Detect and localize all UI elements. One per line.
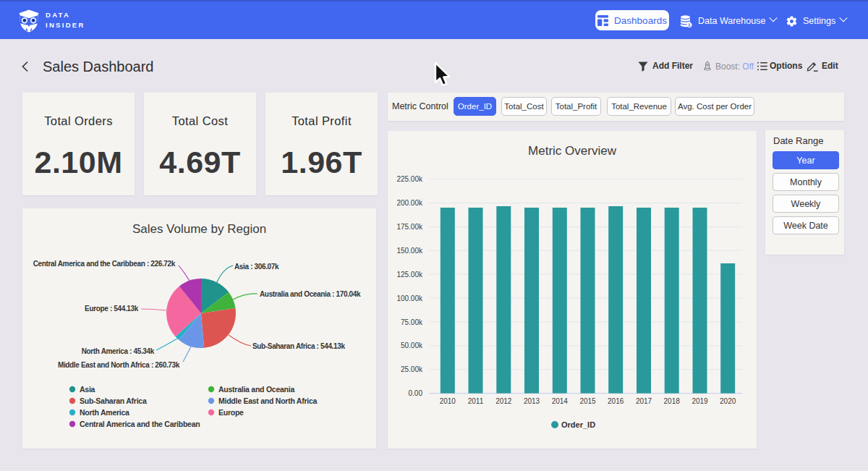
- svg-text:100.00k: 100.00k: [396, 294, 423, 302]
- svg-text:50.00k: 50.00k: [401, 341, 423, 349]
- svg-text:0.00: 0.00: [409, 389, 423, 397]
- svg-text:Central America and the Caribb: Central America and the Caribbean : 226.…: [33, 260, 176, 268]
- svg-text:2012: 2012: [495, 397, 512, 405]
- svg-text:Order_ID: Order_ID: [561, 420, 595, 429]
- svg-text:2015: 2015: [579, 397, 596, 405]
- svg-text:225.00k: 225.00k: [396, 175, 423, 183]
- svg-text:2019: 2019: [692, 397, 708, 405]
- svg-text:Asia : 306.07k: Asia : 306.07k: [234, 263, 279, 271]
- svg-text:Europe: Europe: [218, 408, 244, 417]
- svg-text:2017: 2017: [636, 397, 652, 405]
- svg-text:Australia and Oceania: Australia and Oceania: [218, 385, 294, 394]
- svg-text:Central America and the Caribb: Central America and the Caribbean: [80, 420, 200, 428]
- svg-text:Australia and Oceania : 170.04: Australia and Oceania : 170.04k: [260, 290, 361, 298]
- svg-text:Asia: Asia: [80, 385, 95, 394]
- svg-text:Sub-Saharan Africa: Sub-Saharan Africa: [80, 396, 147, 405]
- svg-text:2013: 2013: [524, 397, 540, 405]
- svg-text:175.00k: 175.00k: [396, 223, 423, 231]
- svg-text:2011: 2011: [468, 397, 484, 405]
- svg-text:200.00k: 200.00k: [396, 199, 423, 207]
- svg-text:2014: 2014: [552, 397, 569, 405]
- svg-text:Sub-Saharan Africa : 544.13k: Sub-Saharan Africa : 544.13k: [252, 342, 345, 350]
- svg-text:125.00k: 125.00k: [396, 271, 423, 279]
- svg-text:2016: 2016: [608, 397, 624, 405]
- svg-text:Middle East and North Africa: Middle East and North Africa: [218, 396, 318, 405]
- svg-text:Europe : 544.13k: Europe : 544.13k: [85, 305, 139, 313]
- svg-text:2018: 2018: [664, 397, 681, 405]
- svg-text:Middle East and North Africa :: Middle East and North Africa : 260.73k: [58, 361, 180, 369]
- svg-text:North America : 45.34k: North America : 45.34k: [82, 347, 155, 355]
- svg-text:2010: 2010: [440, 397, 456, 405]
- svg-text:75.00k: 75.00k: [401, 318, 423, 326]
- svg-text:25.00k: 25.00k: [401, 365, 423, 373]
- svg-text:150.00k: 150.00k: [396, 247, 423, 255]
- svg-text:2020: 2020: [720, 397, 736, 405]
- svg-text:North America: North America: [80, 408, 129, 417]
